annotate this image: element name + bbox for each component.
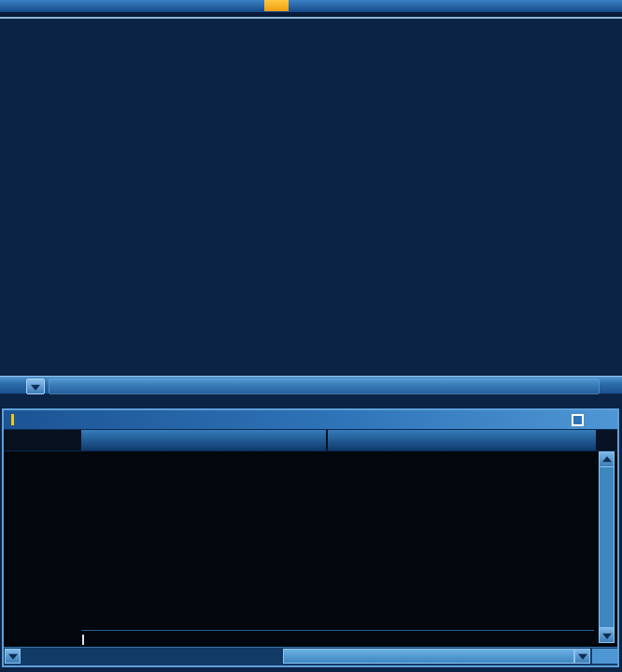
chevron-up-icon	[602, 456, 612, 462]
chart-horizontal-scrollbar[interactable]	[0, 376, 622, 394]
chevron-down-icon	[31, 384, 40, 390]
chevron-down-icon	[8, 654, 18, 660]
close-button[interactable]	[593, 412, 610, 427]
column-header-samples[interactable]	[4, 430, 80, 450]
titlebar-accent-bar	[11, 414, 14, 425]
chevron-down-icon	[602, 633, 612, 638]
footer-separator	[81, 630, 594, 631]
hscroll-tail	[592, 649, 617, 664]
results-vertical-scrollbar[interactable]	[599, 451, 615, 643]
footer-cursor-tick	[82, 635, 84, 645]
results-window	[2, 408, 619, 667]
hscroll-thumb[interactable]	[283, 649, 574, 664]
chevron-down-icon	[578, 654, 587, 660]
chart-scrollbar-dropdown-button[interactable]	[26, 379, 45, 394]
results-table-header	[4, 430, 617, 451]
column-header-analysis[interactable]	[81, 430, 326, 450]
chromatogram-chart	[0, 0, 622, 376]
maximize-button[interactable]	[569, 412, 586, 427]
hscroll-left-dropdown-button[interactable]	[5, 649, 21, 664]
maximize-icon	[572, 414, 584, 426]
column-header-results[interactable]	[328, 430, 596, 450]
results-horizontal-scrollbar[interactable]	[4, 647, 617, 665]
scroll-up-button[interactable]	[600, 452, 614, 467]
minimize-button[interactable]	[546, 412, 563, 427]
chart-scrollbar-thumb[interactable]	[49, 379, 600, 394]
results-titlebar[interactable]	[4, 410, 617, 430]
application-window	[0, 0, 622, 672]
scroll-down-button[interactable]	[600, 627, 614, 642]
results-footer-row	[4, 634, 594, 647]
hscroll-right-dropdown-button[interactable]	[574, 649, 590, 664]
